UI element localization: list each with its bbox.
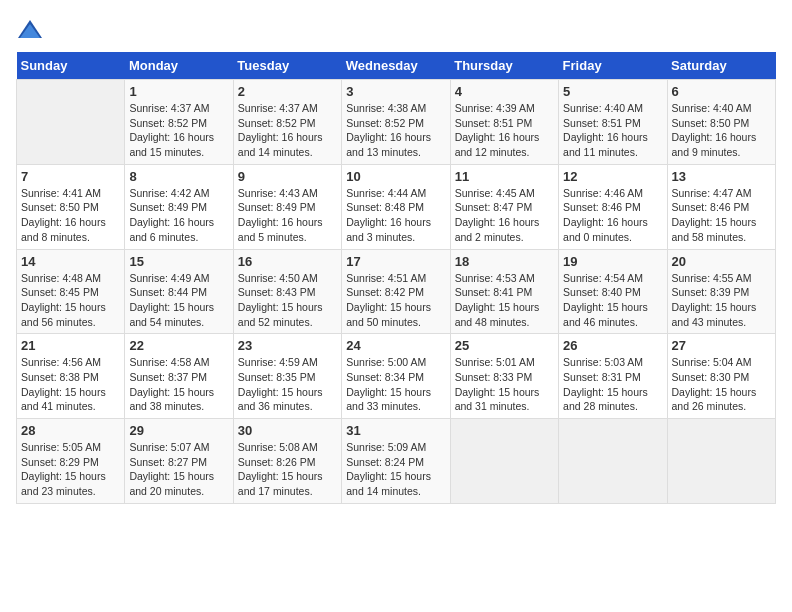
day-number: 5 [563, 84, 662, 99]
calendar-cell [17, 80, 125, 165]
day-number: 23 [238, 338, 337, 353]
day-detail: Sunrise: 4:53 AM Sunset: 8:41 PM Dayligh… [455, 271, 554, 330]
week-row-2: 7Sunrise: 4:41 AM Sunset: 8:50 PM Daylig… [17, 164, 776, 249]
calendar-cell: 15Sunrise: 4:49 AM Sunset: 8:44 PM Dayli… [125, 249, 233, 334]
day-number: 29 [129, 423, 228, 438]
calendar-cell: 27Sunrise: 5:04 AM Sunset: 8:30 PM Dayli… [667, 334, 775, 419]
day-number: 30 [238, 423, 337, 438]
day-header-thursday: Thursday [450, 52, 558, 80]
day-detail: Sunrise: 5:07 AM Sunset: 8:27 PM Dayligh… [129, 440, 228, 499]
day-number: 12 [563, 169, 662, 184]
day-detail: Sunrise: 4:56 AM Sunset: 8:38 PM Dayligh… [21, 355, 120, 414]
day-number: 21 [21, 338, 120, 353]
day-header-wednesday: Wednesday [342, 52, 450, 80]
day-detail: Sunrise: 4:41 AM Sunset: 8:50 PM Dayligh… [21, 186, 120, 245]
day-header-tuesday: Tuesday [233, 52, 341, 80]
day-detail: Sunrise: 4:58 AM Sunset: 8:37 PM Dayligh… [129, 355, 228, 414]
calendar-cell: 9Sunrise: 4:43 AM Sunset: 8:49 PM Daylig… [233, 164, 341, 249]
logo-icon [16, 16, 44, 44]
day-number: 16 [238, 254, 337, 269]
day-detail: Sunrise: 5:01 AM Sunset: 8:33 PM Dayligh… [455, 355, 554, 414]
day-detail: Sunrise: 4:40 AM Sunset: 8:51 PM Dayligh… [563, 101, 662, 160]
day-detail: Sunrise: 5:04 AM Sunset: 8:30 PM Dayligh… [672, 355, 771, 414]
day-detail: Sunrise: 5:03 AM Sunset: 8:31 PM Dayligh… [563, 355, 662, 414]
day-number: 28 [21, 423, 120, 438]
day-detail: Sunrise: 5:05 AM Sunset: 8:29 PM Dayligh… [21, 440, 120, 499]
day-detail: Sunrise: 4:45 AM Sunset: 8:47 PM Dayligh… [455, 186, 554, 245]
day-detail: Sunrise: 4:40 AM Sunset: 8:50 PM Dayligh… [672, 101, 771, 160]
calendar-cell [667, 419, 775, 504]
week-row-4: 21Sunrise: 4:56 AM Sunset: 8:38 PM Dayli… [17, 334, 776, 419]
day-detail: Sunrise: 5:08 AM Sunset: 8:26 PM Dayligh… [238, 440, 337, 499]
day-detail: Sunrise: 4:54 AM Sunset: 8:40 PM Dayligh… [563, 271, 662, 330]
header-row: SundayMondayTuesdayWednesdayThursdayFrid… [17, 52, 776, 80]
calendar-cell: 4Sunrise: 4:39 AM Sunset: 8:51 PM Daylig… [450, 80, 558, 165]
week-row-1: 1Sunrise: 4:37 AM Sunset: 8:52 PM Daylig… [17, 80, 776, 165]
calendar-cell: 5Sunrise: 4:40 AM Sunset: 8:51 PM Daylig… [559, 80, 667, 165]
day-detail: Sunrise: 4:49 AM Sunset: 8:44 PM Dayligh… [129, 271, 228, 330]
calendar-cell: 17Sunrise: 4:51 AM Sunset: 8:42 PM Dayli… [342, 249, 450, 334]
calendar-cell: 18Sunrise: 4:53 AM Sunset: 8:41 PM Dayli… [450, 249, 558, 334]
calendar-cell: 14Sunrise: 4:48 AM Sunset: 8:45 PM Dayli… [17, 249, 125, 334]
day-number: 2 [238, 84, 337, 99]
day-number: 26 [563, 338, 662, 353]
calendar-cell: 29Sunrise: 5:07 AM Sunset: 8:27 PM Dayli… [125, 419, 233, 504]
day-detail: Sunrise: 5:09 AM Sunset: 8:24 PM Dayligh… [346, 440, 445, 499]
week-row-5: 28Sunrise: 5:05 AM Sunset: 8:29 PM Dayli… [17, 419, 776, 504]
calendar-cell: 19Sunrise: 4:54 AM Sunset: 8:40 PM Dayli… [559, 249, 667, 334]
day-number: 17 [346, 254, 445, 269]
calendar-table: SundayMondayTuesdayWednesdayThursdayFrid… [16, 52, 776, 504]
day-header-saturday: Saturday [667, 52, 775, 80]
day-header-sunday: Sunday [17, 52, 125, 80]
week-row-3: 14Sunrise: 4:48 AM Sunset: 8:45 PM Dayli… [17, 249, 776, 334]
day-header-monday: Monday [125, 52, 233, 80]
calendar-cell: 12Sunrise: 4:46 AM Sunset: 8:46 PM Dayli… [559, 164, 667, 249]
day-detail: Sunrise: 4:39 AM Sunset: 8:51 PM Dayligh… [455, 101, 554, 160]
day-number: 9 [238, 169, 337, 184]
calendar-cell: 23Sunrise: 4:59 AM Sunset: 8:35 PM Dayli… [233, 334, 341, 419]
calendar-cell: 21Sunrise: 4:56 AM Sunset: 8:38 PM Dayli… [17, 334, 125, 419]
day-number: 27 [672, 338, 771, 353]
calendar-cell: 1Sunrise: 4:37 AM Sunset: 8:52 PM Daylig… [125, 80, 233, 165]
day-detail: Sunrise: 4:50 AM Sunset: 8:43 PM Dayligh… [238, 271, 337, 330]
calendar-cell: 3Sunrise: 4:38 AM Sunset: 8:52 PM Daylig… [342, 80, 450, 165]
calendar-cell: 22Sunrise: 4:58 AM Sunset: 8:37 PM Dayli… [125, 334, 233, 419]
header [16, 16, 776, 44]
day-detail: Sunrise: 4:38 AM Sunset: 8:52 PM Dayligh… [346, 101, 445, 160]
calendar-cell [450, 419, 558, 504]
day-detail: Sunrise: 4:37 AM Sunset: 8:52 PM Dayligh… [129, 101, 228, 160]
day-number: 13 [672, 169, 771, 184]
day-detail: Sunrise: 4:37 AM Sunset: 8:52 PM Dayligh… [238, 101, 337, 160]
day-number: 20 [672, 254, 771, 269]
day-number: 19 [563, 254, 662, 269]
calendar-cell: 7Sunrise: 4:41 AM Sunset: 8:50 PM Daylig… [17, 164, 125, 249]
day-number: 18 [455, 254, 554, 269]
day-detail: Sunrise: 4:43 AM Sunset: 8:49 PM Dayligh… [238, 186, 337, 245]
calendar-cell: 20Sunrise: 4:55 AM Sunset: 8:39 PM Dayli… [667, 249, 775, 334]
day-detail: Sunrise: 4:42 AM Sunset: 8:49 PM Dayligh… [129, 186, 228, 245]
calendar-cell: 25Sunrise: 5:01 AM Sunset: 8:33 PM Dayli… [450, 334, 558, 419]
calendar-cell: 10Sunrise: 4:44 AM Sunset: 8:48 PM Dayli… [342, 164, 450, 249]
day-number: 24 [346, 338, 445, 353]
day-detail: Sunrise: 4:48 AM Sunset: 8:45 PM Dayligh… [21, 271, 120, 330]
day-detail: Sunrise: 4:59 AM Sunset: 8:35 PM Dayligh… [238, 355, 337, 414]
day-number: 15 [129, 254, 228, 269]
calendar-cell: 30Sunrise: 5:08 AM Sunset: 8:26 PM Dayli… [233, 419, 341, 504]
day-detail: Sunrise: 4:55 AM Sunset: 8:39 PM Dayligh… [672, 271, 771, 330]
calendar-cell [559, 419, 667, 504]
day-number: 6 [672, 84, 771, 99]
calendar-cell: 16Sunrise: 4:50 AM Sunset: 8:43 PM Dayli… [233, 249, 341, 334]
day-header-friday: Friday [559, 52, 667, 80]
logo [16, 16, 48, 44]
day-detail: Sunrise: 4:51 AM Sunset: 8:42 PM Dayligh… [346, 271, 445, 330]
day-number: 11 [455, 169, 554, 184]
day-detail: Sunrise: 4:47 AM Sunset: 8:46 PM Dayligh… [672, 186, 771, 245]
calendar-cell: 2Sunrise: 4:37 AM Sunset: 8:52 PM Daylig… [233, 80, 341, 165]
calendar-cell: 11Sunrise: 4:45 AM Sunset: 8:47 PM Dayli… [450, 164, 558, 249]
day-detail: Sunrise: 4:46 AM Sunset: 8:46 PM Dayligh… [563, 186, 662, 245]
day-detail: Sunrise: 5:00 AM Sunset: 8:34 PM Dayligh… [346, 355, 445, 414]
calendar-cell: 24Sunrise: 5:00 AM Sunset: 8:34 PM Dayli… [342, 334, 450, 419]
day-number: 10 [346, 169, 445, 184]
calendar-cell: 8Sunrise: 4:42 AM Sunset: 8:49 PM Daylig… [125, 164, 233, 249]
day-number: 25 [455, 338, 554, 353]
